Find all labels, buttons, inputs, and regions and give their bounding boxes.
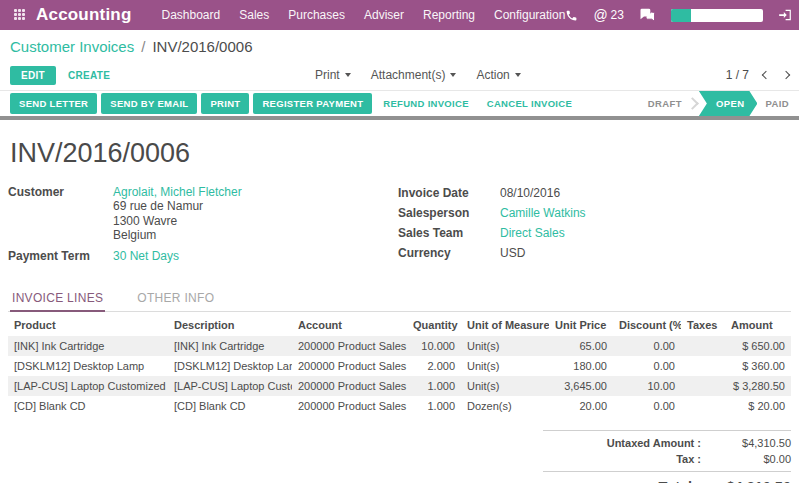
payment-term-label: Payment Term — [8, 249, 113, 263]
send-letter-button[interactable]: SEND LETTER — [10, 93, 97, 114]
table-row[interactable]: [LAP-CUS] Laptop Customized [LAP-CUS] La… — [8, 376, 791, 396]
col-account: Account — [292, 313, 407, 336]
mentions-icon[interactable]: @ 23 — [593, 7, 624, 23]
col-taxes: Taxes — [681, 313, 725, 336]
edit-button[interactable]: EDIT — [10, 66, 56, 85]
chat-icon[interactable] — [639, 8, 656, 22]
tax-value: $0.00 — [713, 453, 791, 465]
menu-configuration[interactable]: Configuration — [494, 8, 565, 22]
table-header-row: Product Description Account Quantity Uni… — [8, 313, 791, 336]
payment-term-link[interactable]: 30 Net Days — [113, 249, 398, 263]
cell-uom: Unit(s) — [461, 356, 549, 376]
table-row[interactable]: [DSKLM12] Desktop Lamp [DSKLM12] Desktop… — [8, 356, 791, 376]
cell-account: 200000 Product Sales — [292, 376, 407, 396]
customer-address-line: 1300 Wavre — [113, 214, 398, 229]
cell-amount: $ 360.00 — [725, 356, 791, 376]
state-draft[interactable]: DRAFT — [648, 98, 682, 109]
sign-in-icon[interactable] — [778, 8, 792, 22]
menu-sales[interactable]: Sales — [239, 8, 269, 22]
cell-amount: $ 20.00 — [725, 396, 791, 416]
cell-amount: $ 650.00 — [725, 336, 791, 356]
pager-previous-icon[interactable] — [762, 71, 770, 79]
cell-quantity: 10.000 — [407, 336, 461, 356]
salesperson-label: Salesperson — [398, 205, 500, 221]
sales-team-link[interactable]: Direct Sales — [500, 225, 791, 241]
action-dropdown-label: Action — [476, 68, 509, 82]
menu-adviser[interactable]: Adviser — [364, 8, 404, 22]
cell-discount: 10.00 — [613, 376, 681, 396]
menu-purchases[interactable]: Purchases — [288, 8, 345, 22]
chevron-down-icon — [345, 73, 351, 77]
total-label: Total : — [543, 479, 713, 483]
cell-description: [DSKLM12] Desktop Lamp — [168, 356, 292, 376]
cell-product: [DSKLM12] Desktop Lamp — [8, 356, 168, 376]
cell-quantity: 1.000 — [407, 376, 461, 396]
menu-dashboard[interactable]: Dashboard — [162, 8, 221, 22]
sales-team-label: Sales Team — [398, 225, 500, 241]
state-open[interactable]: OPEN — [699, 91, 758, 116]
phone-icon[interactable] — [565, 9, 578, 22]
cell-account: 200000 Product Sales — [292, 356, 407, 376]
cell-account: 200000 Product Sales — [292, 336, 407, 356]
currency-label: Currency — [398, 245, 500, 261]
cell-unit-price: 180.00 — [549, 356, 613, 376]
customer-label: Customer — [8, 185, 113, 243]
refund-invoice-button[interactable]: REFUND INVOICE — [376, 93, 475, 114]
col-product: Product — [8, 313, 168, 336]
cell-taxes — [681, 356, 725, 376]
invoice-date-value: 08/10/2016 — [500, 185, 791, 201]
cell-discount: 0.00 — [613, 336, 681, 356]
statusbar: SEND LETTER SEND BY EMAIL PRINT REGISTER… — [0, 90, 799, 116]
print-button[interactable]: PRINT — [201, 93, 249, 114]
pager-next-icon[interactable] — [782, 71, 790, 79]
col-uom: Unit of Measure — [461, 313, 549, 336]
cell-product: [INK] Ink Cartridge — [8, 336, 168, 356]
action-dropdown[interactable]: Action — [476, 68, 520, 82]
cell-description: [CD] Blank CD — [168, 396, 292, 416]
currency-value: USD — [500, 245, 791, 261]
customer-link[interactable]: Agrolait, Michel Fletcher — [113, 185, 242, 199]
chevron-down-icon — [450, 73, 456, 77]
cell-unit-price: 20.00 — [549, 396, 613, 416]
create-button[interactable]: CREATE — [68, 70, 110, 81]
cell-taxes — [681, 376, 725, 396]
tab-other-info[interactable]: OTHER INFO — [135, 285, 216, 311]
total-value: $4,310.50 — [713, 479, 791, 483]
tab-invoice-lines[interactable]: INVOICE LINES — [10, 285, 105, 312]
col-description: Description — [168, 313, 292, 336]
cell-uom: Unit(s) — [461, 376, 549, 396]
table-row[interactable]: [INK] Ink Cartridge [INK] Ink Cartridge … — [8, 336, 791, 356]
salesperson-link[interactable]: Camille Watkins — [500, 205, 791, 221]
customer-address-line: 69 rue de Namur — [113, 199, 398, 214]
col-unit-price: Unit Price — [549, 313, 613, 336]
menu-reporting[interactable]: Reporting — [423, 8, 475, 22]
register-payment-button[interactable]: REGISTER PAYMENT — [253, 93, 372, 114]
tax-label: Tax : — [543, 453, 713, 465]
mentions-count: 23 — [611, 8, 624, 22]
invoice-number-title: INV/2016/0006 — [10, 138, 791, 169]
planner-progressbar[interactable] — [671, 9, 763, 22]
cell-taxes — [681, 396, 725, 416]
cell-description: [LAP-CUS] Laptop Customized — [168, 376, 292, 396]
state-paid[interactable]: PAID — [765, 98, 789, 109]
cell-uom: Unit(s) — [461, 336, 549, 356]
attachments-dropdown[interactable]: Attachment(s) — [371, 68, 457, 82]
cancel-invoice-button[interactable]: CANCEL INVOICE — [480, 93, 579, 114]
pager: 1 / 7 — [726, 68, 789, 82]
chevron-right-icon — [686, 97, 699, 110]
invoice-form: INV/2016/0006 Customer Agrolait, Michel … — [0, 120, 799, 483]
cell-quantity: 1.000 — [407, 396, 461, 416]
breadcrumb-parent-link[interactable]: Customer Invoices — [10, 38, 134, 55]
apps-menu-icon[interactable] — [14, 9, 26, 21]
cell-unit-price: 3,645.00 — [549, 376, 613, 396]
cell-description: [INK] Ink Cartridge — [168, 336, 292, 356]
untaxed-amount-label: Untaxed Amount : — [543, 437, 713, 449]
pager-counter[interactable]: 1 / 7 — [726, 68, 749, 82]
table-row[interactable]: [CD] Blank CD [CD] Blank CD 200000 Produ… — [8, 396, 791, 416]
print-dropdown[interactable]: Print — [315, 68, 351, 82]
main-menu: Dashboard Sales Purchases Adviser Report… — [162, 8, 566, 22]
cell-quantity: 2.000 — [407, 356, 461, 376]
invoice-date-label: Invoice Date — [398, 185, 500, 201]
chevron-down-icon — [515, 73, 521, 77]
send-by-email-button[interactable]: SEND BY EMAIL — [101, 93, 197, 114]
